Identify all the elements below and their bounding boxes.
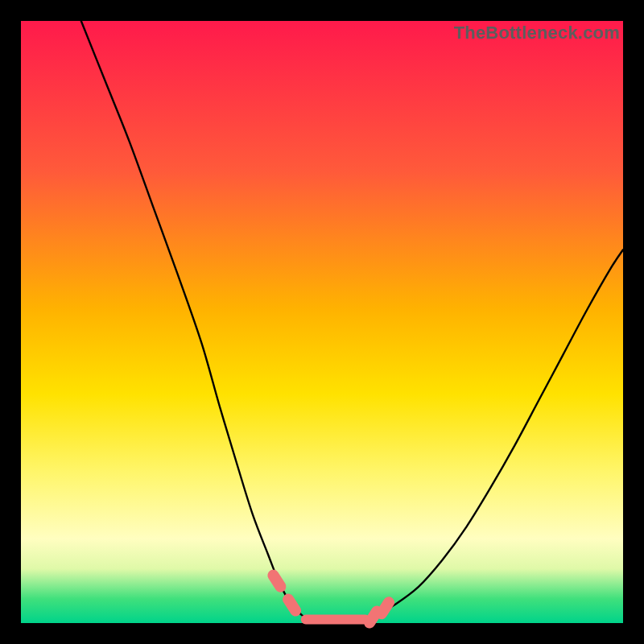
bottleneck-curve xyxy=(81,21,623,621)
chart-svg xyxy=(21,21,623,623)
left-marker-upper xyxy=(273,576,280,587)
valley-span-marker xyxy=(301,615,370,625)
right-marker-lower xyxy=(369,612,377,623)
marker-group xyxy=(273,576,389,625)
left-marker-lower xyxy=(288,600,295,611)
right-marker-upper xyxy=(382,602,389,613)
bottleneck-curve-group xyxy=(81,21,623,621)
chart-frame: TheBottleneck.com xyxy=(0,0,644,644)
